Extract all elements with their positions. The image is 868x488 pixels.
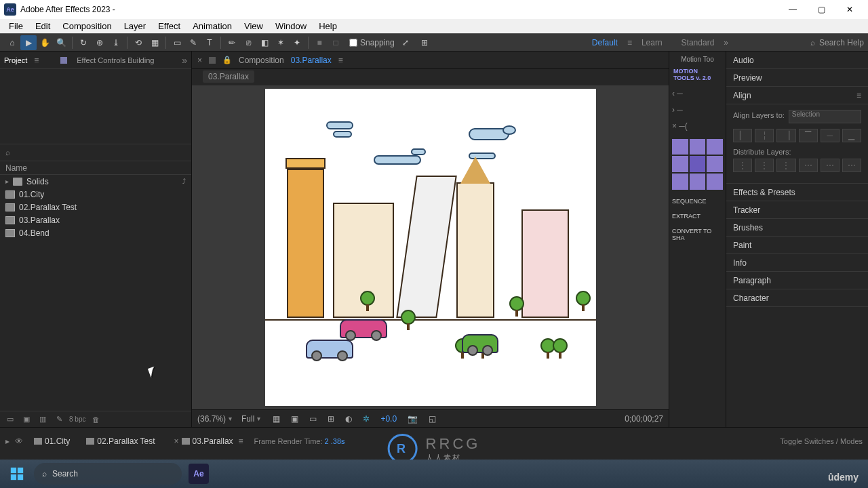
tab-project[interactable]: Project [4,56,27,64]
mt-prev-icon[interactable]: ‹ ─ [672,87,723,100]
align-target-dropdown[interactable]: Selection [789,110,861,123]
stroke-swatch[interactable]: □ [328,35,344,50]
zoom-tool[interactable]: 🔍 [53,35,69,50]
search-help-field[interactable]: Search Help [819,38,864,47]
mt-next-icon[interactable]: › ─ [672,104,723,116]
transparency-grid-icon[interactable]: ▦ [270,414,283,424]
puppet-tool[interactable]: ✦ [289,35,305,50]
tab-audio[interactable]: Audio [726,52,868,69]
resolution-dropdown[interactable]: Full▾ [237,414,264,424]
align-right-button[interactable]: ▕ [776,129,795,142]
menu-animation[interactable]: Animation [186,20,238,33]
region-icon[interactable]: ▭ [307,414,319,424]
orbit-tool[interactable]: ↻ [75,35,92,50]
close-tab-icon[interactable]: × [197,56,202,65]
guides-icon[interactable]: ⊞ [325,414,337,424]
channel-icon[interactable]: ◐ [342,414,355,424]
minimize-button[interactable]: — [778,0,807,19]
comp-name[interactable]: 03.Parallax [291,56,332,65]
exposure-value[interactable]: +0.0 [378,414,399,424]
eraser-tool[interactable]: ◧ [256,35,273,50]
viewer-area[interactable] [192,85,669,409]
project-search-icon[interactable]: ⌕ [5,148,15,157]
tab-info[interactable]: Info [726,254,868,272]
brush-tool[interactable]: ✏ [224,35,240,50]
sequence-button[interactable]: SEQUENCE [672,198,723,205]
zoom-dropdown[interactable]: (36.7%)▾ [197,414,232,424]
project-item-comp[interactable]: 04.Bend [0,226,191,239]
tab-menu-icon[interactable]: ≡ [239,436,243,446]
tab-preview[interactable]: Preview [726,69,868,87]
tab-paragraph[interactable]: Paragraph [726,272,868,289]
hand-tool[interactable]: ✋ [37,35,53,50]
menu-view[interactable]: View [238,20,269,33]
timeline-toggle-icon[interactable]: ▸ [5,436,9,446]
dist-bottom-button[interactable]: ⋯ [842,159,861,172]
mt-close-icon[interactable]: × ─( [672,120,723,132]
align-hcenter-button[interactable]: ╎ [755,129,774,142]
rotate-tool[interactable]: ⟲ [130,35,146,50]
anchor-tool[interactable]: ⤓ [108,35,124,50]
dist-right-button[interactable]: ⋮ [776,159,795,172]
maximize-button[interactable]: ▢ [807,0,835,19]
menu-edit[interactable]: Edit [29,20,56,33]
timeline-tab[interactable]: ×03.Parallax≡ [166,435,249,447]
start-button[interactable] [7,464,27,484]
align-left-button[interactable]: ▏ [733,129,752,142]
timeline-tab[interactable]: 02.Parallax Test [81,435,160,447]
menu-help[interactable]: Help [313,20,343,33]
timecode-display[interactable]: 0;00;00;27 [625,414,663,424]
color-mgmt-icon[interactable]: ✲ [360,414,372,424]
composition-canvas[interactable] [265,89,596,406]
project-item-comp[interactable]: 02.Parallax Test [0,201,191,214]
mask-toggle-icon[interactable]: ▣ [288,414,301,424]
rectangle-tool[interactable]: ▭ [169,35,185,50]
dist-left-button[interactable]: ⋮ [733,159,752,172]
align-vcenter-button[interactable]: ─ [821,129,840,142]
workspace-overflow-icon[interactable]: » [724,38,728,47]
disclosure-icon[interactable]: ▸ [5,178,9,185]
fill-swatch[interactable]: ■ [311,35,328,50]
dist-top-button[interactable]: ⋯ [799,159,818,172]
dist-hcenter-button[interactable]: ⋮ [755,159,774,172]
mask-tool[interactable]: ▦ [146,35,163,50]
comp-tab-menu-icon[interactable]: ≡ [338,56,343,65]
toggle-switches-modes[interactable]: Toggle Switches / Modes [780,437,863,445]
tabs-overflow-icon[interactable]: » [182,55,187,66]
align-menu-icon[interactable]: ≡ [856,91,861,100]
tab-character[interactable]: Character [726,289,868,307]
delete-button[interactable]: 🗑 [90,413,102,426]
close-tab-icon[interactable]: × [174,436,179,446]
new-folder-button[interactable]: ▣ [20,413,33,426]
lock-icon[interactable]: 🔒 [222,56,232,64]
type-tool[interactable]: T [201,35,218,50]
menu-file[interactable]: File [3,20,29,33]
column-name-header[interactable]: Name [5,163,27,173]
shy-icon[interactable]: ⤴ [182,178,186,185]
workspace-standard[interactable]: Standard [672,38,724,47]
workspace-menu-icon[interactable]: ≡ [627,38,632,47]
timeline-eye-icon[interactable]: 👁 [15,436,23,446]
menu-effect[interactable]: Effect [152,20,186,33]
snap-option-icon[interactable]: ⤢ [397,35,414,50]
convert-button[interactable]: CONVERT TO SHA [672,228,723,241]
snap-grid-icon[interactable]: ⊞ [416,35,433,50]
tab-effect-controls[interactable]: Effect Controls Building [77,56,154,64]
new-comp-button[interactable]: ▥ [37,413,49,426]
menu-layer[interactable]: Layer [118,20,153,33]
project-item-comp[interactable]: 01.City [0,188,191,201]
tab-paint[interactable]: Paint [726,237,868,254]
tab-brushes[interactable]: Brushes [726,219,868,237]
tab-effects-presets[interactable]: Effects & Presets [726,184,868,201]
taskbar-search[interactable]: ⌕ Search [34,463,182,485]
adjust-button[interactable]: ✎ [53,413,65,426]
interpret-footage-button[interactable]: ▭ [4,413,16,426]
workspace-default[interactable]: Default [583,38,627,47]
tab-tracker[interactable]: Tracker [726,201,868,219]
snapping-checkbox[interactable] [349,39,357,47]
extract-button[interactable]: EXTRACT [672,213,723,220]
align-top-button[interactable]: ▔ [799,129,818,142]
taskbar-ae-button[interactable]: Ae [189,464,209,484]
close-button[interactable]: ✕ [835,0,864,19]
show-snapshot-icon[interactable]: ◱ [426,414,439,424]
